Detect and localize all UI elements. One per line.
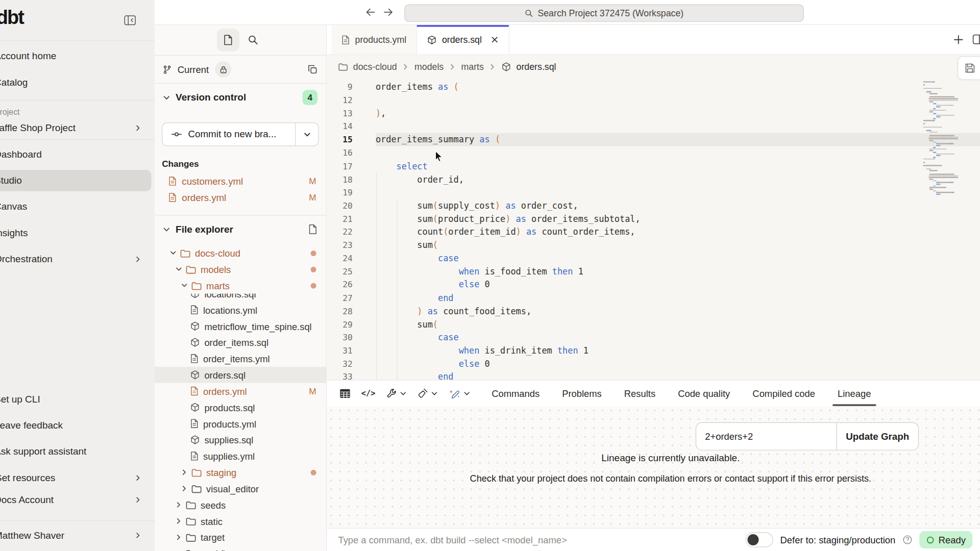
save-button[interactable] [958,56,980,80]
sidebar-item-user[interactable]: Matthew Shaver [0,525,154,546]
sidebar-item-project[interactable]: Jaffle Shop Project [0,117,154,139]
code-line-31[interactable]: 31 when is_drink_item then 1 [327,344,980,358]
sidebar-item-catalog[interactable]: Catalog [0,72,154,93]
sidebar-item-dashboard[interactable]: Dashboard [0,144,154,165]
file-explorer-header[interactable]: File explorer [154,215,326,243]
code-line-9[interactable]: 9order_items as ( [327,81,980,94]
commit-dropdown-button[interactable] [295,123,318,145]
tree-item-products-yml[interactable]: products.yml [154,415,326,432]
panel-tab-lineage[interactable]: Lineage [837,381,872,406]
tree-item-products-sql[interactable]: products.sql [154,399,326,415]
sidebar-item-studio[interactable]: Studio [0,170,151,191]
create-file-icon[interactable] [308,224,317,235]
code-line-14[interactable]: 14 [327,120,980,133]
tree-item-order-items-sql[interactable]: order_items.sql [154,334,326,350]
tab-products-yml[interactable]: products.yml [331,25,417,55]
changed-file-customers-yml[interactable]: customers.ymlM [154,173,326,189]
ai-fix-button[interactable] [449,388,471,398]
tree-item-supplies-yml[interactable]: supplies.yml [154,448,326,464]
code-line-15[interactable]: 15order_items_summary as ( [327,133,980,146]
panel-tab-code-quality[interactable]: Code quality [677,381,731,406]
back-arrow-icon[interactable] [364,8,376,17]
tree-item-static[interactable]: static [154,513,326,529]
tree-item-order-items-yml[interactable]: order_items.yml [154,350,326,367]
tree-item-orders-yml[interactable]: orders.ymlM [154,383,326,399]
code-line-23[interactable]: 23 sum( [327,239,980,252]
tree-item-staging[interactable]: staging [154,464,326,481]
code-line-18[interactable]: 18 order_id, [327,173,980,186]
sidebar-item-get-resources[interactable]: Get resources [0,467,154,489]
code-line-25[interactable]: 25 when is_food_item then 1 [327,265,980,279]
code-line-32[interactable]: 32 else 0 [327,357,980,370]
forward-arrow-icon[interactable] [383,8,395,17]
version-control-header[interactable]: Version control 4 [154,84,326,111]
sidebar-item-ask-support-assistant[interactable]: Ask support assistant [0,441,154,462]
help-icon[interactable] [902,535,913,545]
sidebar-item-orchestration[interactable]: Orchestration [0,248,154,270]
code-editor[interactable]: 9order_items as (1213),1415order_items_s… [327,81,980,380]
update-graph-button[interactable]: Update Graph [837,423,918,450]
build-tools-button[interactable] [386,388,406,398]
close-icon[interactable] [491,36,499,44]
commit-button[interactable]: Commit to new bra... [162,122,318,146]
tree-item-target[interactable]: target [154,529,326,545]
code-preview-icon[interactable]: </> [361,389,376,398]
changed-file-orders-yml[interactable]: orders.ymlM [154,189,326,206]
code-line-12[interactable]: 12 [327,94,980,107]
split-panel-icon[interactable] [972,34,980,44]
defer-toggle[interactable] [746,532,773,547]
code-line-21[interactable]: 21 sum(product_price) as order_items_sub… [327,212,980,226]
code-line-26[interactable]: 26 else 0 [327,278,980,291]
breadcrumb-segment[interactable]: models [414,62,444,72]
tree-item-visual-editor[interactable]: visual_editor [154,481,326,497]
breadcrumb-segment[interactable]: docs-cloud [353,62,397,72]
tree-item-locations-sql[interactable]: locations.sql [154,294,326,302]
tree-item-supplies-sql[interactable]: supplies.sql [154,432,326,448]
code-line-28[interactable]: 28 ) as count_food_items, [327,305,980,318]
panel-tab-results[interactable]: Results [623,381,656,406]
copy-icon[interactable] [307,64,317,74]
code-line-30[interactable]: 30 case [327,331,980,344]
status-badge[interactable]: Ready [919,531,973,548]
format-button[interactable] [417,388,437,398]
code-line-16[interactable]: 16 [327,146,980,160]
code-line-22[interactable]: 22 count(order_item_id) as count_order_i… [327,226,980,239]
code-line-27[interactable]: 27 end [327,291,980,305]
panel-tab-problems[interactable]: Problems [561,381,603,406]
command-input[interactable]: Type a command, ex. dbt build --select <… [338,535,567,545]
panel-tab-commands[interactable]: Commands [491,381,541,406]
code-line-17[interactable]: 17 select [327,160,980,173]
tree-item-orders-sql[interactable]: orders.sql [154,367,326,383]
file-search-button[interactable] [248,34,258,45]
lineage-selector-input[interactable]: 2+orders+2 [696,423,837,450]
new-tab-icon[interactable] [953,34,964,45]
tree-item-locations-yml[interactable]: locations.yml [154,302,326,318]
new-file-button[interactable] [217,29,239,51]
code-line-33[interactable]: 33 end [327,370,980,380]
tree-item-models[interactable]: models [154,261,326,278]
tree-item-workflows[interactable]: workflows [154,545,326,551]
preview-table-icon[interactable] [339,388,351,398]
sidebar-item-canvas[interactable]: Canvas [0,196,154,217]
defer-label: Defer to: staging/production [780,535,896,545]
breadcrumb-segment[interactable]: marts [461,62,484,72]
sidebar-item-set-up-cli[interactable]: Set up CLI [0,389,154,410]
tree-item-docs-cloud[interactable]: docs-cloud [154,245,326,261]
tree-item-marts[interactable]: marts [154,278,326,294]
code-minimap[interactable] [923,81,959,195]
code-line-20[interactable]: 20 sum(supply_cost) as order_cost, [327,199,980,212]
code-line-19[interactable]: 19 [327,186,980,199]
code-line-24[interactable]: 24 case [327,252,980,265]
sidebar-item-account-home[interactable]: Account home [0,45,154,67]
panel-tab-compiled-code[interactable]: Compiled code [751,381,816,406]
code-line-29[interactable]: 29 sum( [327,318,980,331]
tab-orders-sql[interactable]: orders.sql [417,25,509,55]
sidebar-item-leave-feedback[interactable]: Leave feedback [0,415,154,436]
code-line-13[interactable]: 13), [327,107,980,120]
sidebar-collapse-icon[interactable] [124,15,136,26]
tree-item-seeds[interactable]: seeds [154,496,326,513]
tree-item-metricflow-time-spine-sql[interactable]: metricflow_time_spine.sql [154,318,326,334]
project-search-input[interactable]: Search Project 372475 (Workspace) [404,5,803,22]
sidebar-item-insights[interactable]: Insights [0,222,154,244]
sidebar-item-docs-account[interactable]: Docs Account [0,489,154,511]
